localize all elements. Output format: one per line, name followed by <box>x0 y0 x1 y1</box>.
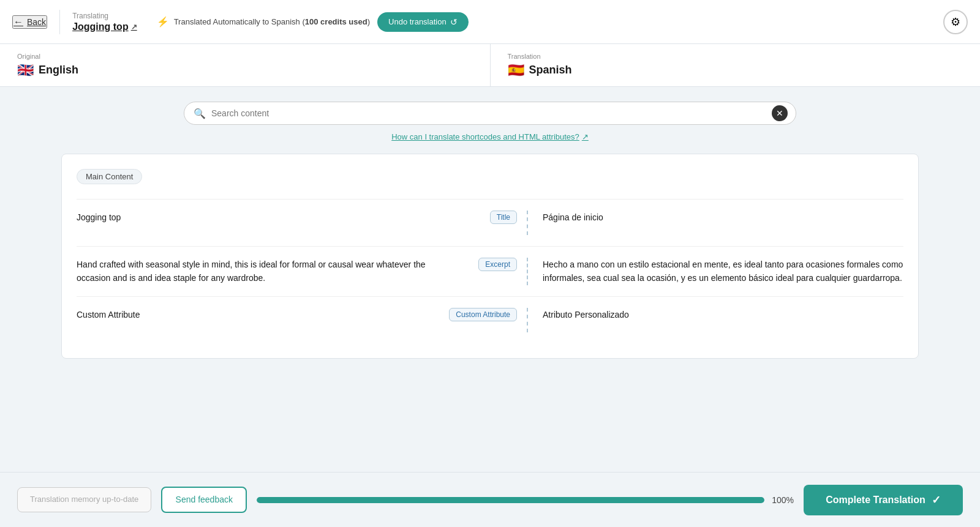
translation-row: Hand crafted with seasonal style in mind… <box>77 246 903 296</box>
language-bar: Original 🇬🇧 English Translation 🇪🇸 Spani… <box>0 44 980 87</box>
type-badge: Excerpt <box>478 258 517 271</box>
original-language-col: Original 🇬🇧 English <box>0 44 491 86</box>
header: ← Back Translating Jogging top ↗ ⚡ Trans… <box>0 0 980 44</box>
original-text: Hand crafted with seasonal style in mind… <box>77 258 447 285</box>
translation-row: Jogging top Title Página de inicio <box>77 199 903 246</box>
translating-label: Translating <box>72 12 137 20</box>
external-link-icon: ↗ <box>582 132 589 141</box>
footer: Translation memory up-to-date Send feedb… <box>0 472 980 527</box>
section-badge: Main Content <box>77 169 142 184</box>
back-button[interactable]: ← Back <box>12 15 47 29</box>
progress-percentage: 100% <box>772 495 794 505</box>
product-info: Translating Jogging top ↗ <box>72 12 137 32</box>
column-divider <box>527 258 528 285</box>
external-link-icon: ↗ <box>131 23 137 31</box>
translation-language-col: Translation 🇪🇸 Spanish <box>491 44 981 86</box>
back-arrow-icon: ← <box>13 17 23 28</box>
progress-container: 100% <box>257 495 794 505</box>
search-icon: 🔍 <box>194 108 206 119</box>
original-language: 🇬🇧 English <box>17 62 473 78</box>
original-text: Custom Attribute <box>77 308 447 321</box>
type-badge: Custom Attribute <box>449 308 517 321</box>
english-flag-icon: 🇬🇧 <box>17 62 34 78</box>
translation-label: Translation <box>508 53 963 60</box>
gear-icon: ⚙ <box>951 15 960 29</box>
translation-memory-button: Translation memory up-to-date <box>17 487 151 512</box>
translated-text: Página de inicio <box>543 211 903 224</box>
complete-label: Complete Translation <box>826 495 925 506</box>
header-divider <box>59 10 60 34</box>
undo-label: Undo translation <box>388 17 447 26</box>
main-area: 🔍 ✕ How can I translate shortcodes and H… <box>0 87 980 472</box>
spanish-flag-icon: 🇪🇸 <box>508 62 524 78</box>
progress-bar-fill <box>257 497 764 503</box>
clear-search-button[interactable]: ✕ <box>772 105 788 121</box>
settings-button[interactable]: ⚙ <box>943 10 968 34</box>
back-label: Back <box>27 17 46 27</box>
type-badge: Title <box>490 211 517 224</box>
original-label: Original <box>17 53 473 60</box>
translated-text: Atributo Personalizado <box>543 308 903 321</box>
undo-icon: ↺ <box>450 17 458 27</box>
send-feedback-button[interactable]: Send feedback <box>161 487 247 514</box>
translation-lang-name: Spanish <box>529 64 572 77</box>
checkmark-icon: ✓ <box>932 493 941 507</box>
badge-col: Custom Attribute <box>447 308 527 321</box>
original-text: Jogging top <box>77 211 447 224</box>
auto-translated-text: Translated Automatically to Spanish (100… <box>174 17 370 26</box>
column-divider <box>527 211 528 235</box>
badge-col: Excerpt <box>447 258 527 271</box>
auto-translated-notice: ⚡ Translated Automatically to Spanish (1… <box>157 16 370 28</box>
badge-col: Title <box>447 211 527 224</box>
progress-bar-background <box>257 497 764 503</box>
translation-language: 🇪🇸 Spanish <box>508 62 963 78</box>
product-title[interactable]: Jogging top ↗ <box>72 21 137 32</box>
search-input[interactable] <box>184 102 796 125</box>
complete-translation-button[interactable]: Complete Translation ✓ <box>804 485 963 515</box>
translation-row: Custom Attribute Custom Attribute Atribu… <box>77 296 903 343</box>
original-lang-name: English <box>39 64 78 77</box>
content-card: Main Content Jogging top Title Página de… <box>61 154 919 359</box>
undo-translation-button[interactable]: Undo translation ↺ <box>377 12 469 32</box>
translated-text: Hecho a mano con un estilo estacional en… <box>543 258 903 285</box>
shortcode-link[interactable]: How can I translate shortcodes and HTML … <box>17 132 963 141</box>
column-divider <box>527 308 528 332</box>
search-container: 🔍 ✕ <box>184 102 796 125</box>
bolt-icon: ⚡ <box>157 16 169 28</box>
